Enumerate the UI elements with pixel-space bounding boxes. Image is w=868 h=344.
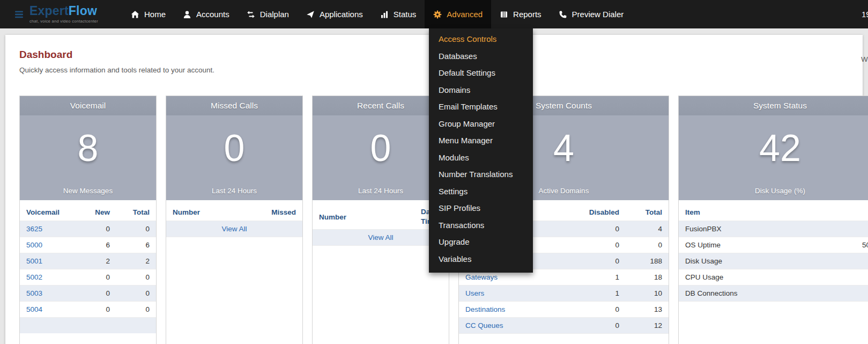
system-status-table: Item FusionPBX OS Uptime50 Disk Usage CP… — [679, 204, 868, 302]
phone-icon — [559, 10, 567, 19]
table-row: DB Connections — [679, 285, 868, 301]
column-header: New — [83, 204, 116, 221]
dropdown-item-access-controls[interactable]: Access Controls — [429, 31, 533, 48]
brand-tagline: chat, voice and video contactcenter — [29, 19, 98, 24]
column-header — [856, 204, 868, 221]
cell-total: 13 — [626, 301, 669, 317]
column-header: Total — [116, 204, 156, 221]
cell-disabled: 0 — [572, 253, 626, 269]
count-item-link[interactable]: Destinations — [465, 305, 505, 313]
table-row: 500122 — [20, 253, 156, 269]
table-row: 362500 — [20, 221, 156, 237]
paper-plane-icon — [306, 10, 315, 19]
status-value: 50 — [856, 237, 868, 253]
cell-total: 0 — [116, 269, 156, 285]
bar-chart-icon — [380, 10, 389, 19]
nav-item-preview-dialer[interactable]: Preview Dialer — [550, 0, 633, 28]
main-nav: Home Accounts Dialplan Applications Stat… — [122, 0, 632, 28]
gear-icon — [433, 10, 442, 19]
recent-calls-table: Number Date/Time View All — [313, 204, 449, 246]
nav-item-reports[interactable]: Reports — [491, 0, 550, 28]
nav-item-accounts[interactable]: Accounts — [174, 0, 238, 28]
page-subtitle: Quickly access information and tools rel… — [19, 66, 214, 74]
voicemail-stat: 8 New Messages — [20, 115, 156, 200]
nav-item-home[interactable]: Home — [122, 0, 174, 28]
cell-new: 0 — [83, 221, 116, 237]
dropdown-item-email-templates[interactable]: Email Templates — [429, 98, 533, 115]
panel-voicemail: Voicemail 8 New Messages Voicemail New T… — [19, 96, 157, 344]
nav-item-status[interactable]: Status — [372, 0, 425, 28]
cell-total: 0 — [626, 237, 669, 253]
voicemail-box-link[interactable]: 5004 — [26, 305, 42, 313]
cell-new: 0 — [83, 285, 116, 301]
nav-item-label: Reports — [513, 10, 541, 19]
table-row: 500400 — [20, 301, 156, 317]
cell-total: 0 — [116, 221, 156, 237]
screen: ExpertFlow chat, voice and video contact… — [0, 0, 868, 344]
panel-system-status: System Status 42 Disk Usage (%) Item Fus… — [678, 96, 868, 344]
brand-text: ExpertFlow chat, voice and video contact… — [29, 5, 98, 24]
table-row: Destinations013 — [459, 301, 669, 317]
stat-caption: Last 24 Hours — [313, 187, 449, 195]
dropdown-item-default-settings[interactable]: Default Settings — [429, 64, 533, 82]
transfer-arrows-icon — [247, 10, 255, 19]
count-item-link[interactable]: Gateways — [465, 273, 498, 281]
dropdown-item-modules[interactable]: Modules — [429, 149, 533, 166]
voicemail-box-link[interactable]: 3625 — [26, 225, 42, 233]
table-row: Disk Usage — [679, 253, 868, 269]
status-item: DB Connections — [679, 285, 856, 301]
voicemail-box-link[interactable]: 5003 — [26, 289, 42, 297]
nav-item-label: Status — [394, 10, 417, 19]
dropdown-item-variables[interactable]: Variables — [429, 251, 533, 268]
status-item: OS Uptime — [679, 237, 856, 253]
cell-disabled: 0 — [572, 317, 626, 333]
stat-caption: Last 24 Hours — [166, 187, 302, 195]
voicemail-box-link[interactable]: 5001 — [26, 257, 42, 265]
dropdown-item-group-manager[interactable]: Group Manager — [429, 115, 533, 133]
count-item-link[interactable]: CC Queues — [465, 321, 503, 330]
cell-total: 12 — [626, 317, 669, 333]
dropdown-item-menu-manager[interactable]: Menu Manager — [429, 132, 533, 149]
top-navbar: ExpertFlow chat, voice and video contact… — [0, 0, 868, 28]
column-header: Number — [313, 204, 414, 230]
navbar-right-clipped-text: 19 — [862, 0, 868, 28]
stat-number: 8 — [20, 115, 156, 167]
dropdown-item-transactions[interactable]: Transactions — [429, 217, 533, 234]
view-all-link[interactable]: View All — [221, 225, 247, 233]
nav-item-label: Applications — [320, 10, 363, 19]
brand-logo[interactable]: ExpertFlow chat, voice and video contact… — [0, 5, 122, 24]
count-item-link[interactable]: Users — [465, 289, 484, 297]
nav-item-label: Advanced — [447, 10, 483, 19]
dropdown-item-upgrade[interactable]: Upgrade — [429, 233, 533, 251]
nav-item-label: Dialplan — [260, 10, 289, 19]
table-row: OS Uptime50 — [679, 237, 868, 253]
dropdown-item-databases[interactable]: Databases — [429, 48, 533, 65]
voicemail-box-link[interactable]: 5000 — [26, 241, 42, 249]
dropdown-item-domains[interactable]: Domains — [429, 82, 533, 99]
column-header: Number — [166, 204, 257, 221]
cell-disabled: 1 — [572, 269, 626, 285]
status-value — [856, 221, 868, 237]
table-row: Users110 — [459, 285, 669, 301]
cell-total: 188 — [626, 253, 669, 269]
dropdown-item-sip-profiles[interactable]: SIP Profiles — [429, 200, 533, 217]
column-header: Item — [679, 204, 856, 221]
nav-item-label: Preview Dialer — [572, 10, 624, 19]
table-row: 500066 — [20, 237, 156, 253]
table-row: CPU Usage — [679, 269, 868, 285]
table-row: View All — [313, 230, 449, 246]
dropdown-item-number-translations[interactable]: Number Translations — [429, 166, 533, 183]
missed-calls-stat: 0 Last 24 Hours — [166, 115, 302, 200]
stat-number: 0 — [166, 115, 302, 167]
nav-item-applications[interactable]: Applications — [298, 0, 372, 28]
stat-caption: New Messages — [20, 187, 156, 195]
cell-disabled: 0 — [572, 221, 626, 237]
nav-item-advanced[interactable]: Advanced — [425, 0, 491, 28]
view-all-link[interactable]: View All — [368, 233, 393, 241]
voicemail-box-link[interactable]: 5002 — [26, 273, 42, 281]
dropdown-item-settings[interactable]: Settings — [429, 183, 533, 200]
stat-number: 42 — [679, 115, 868, 167]
report-columns-icon — [500, 10, 508, 19]
status-item: CPU Usage — [679, 269, 856, 285]
nav-item-dialplan[interactable]: Dialplan — [238, 0, 298, 28]
